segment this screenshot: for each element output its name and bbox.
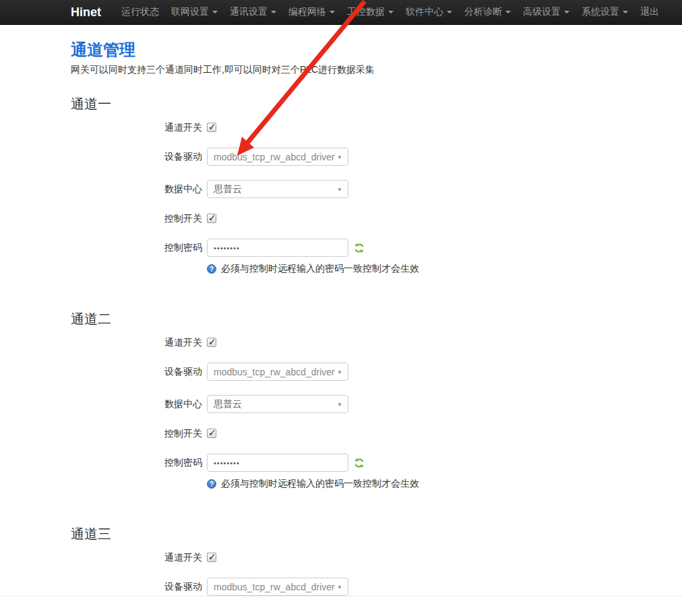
bottom-divider: [0, 596, 682, 596]
channel-3-device-driver-select[interactable]: modbus_tcp_rw_abcd_driver: [207, 578, 348, 596]
chevron-down-icon: [388, 11, 394, 13]
channel-3-title: 通道三: [71, 526, 665, 542]
chevron-down-icon: [212, 11, 218, 13]
data-center-label: 数据中心: [71, 180, 202, 198]
help-question-icon: ?: [207, 264, 216, 274]
channel-2-control-switch-row: 控制开关: [71, 427, 665, 439]
chevron-down-icon: [447, 11, 452, 13]
nav-item-programming-network[interactable]: 编程网络: [282, 0, 341, 24]
channel-switch-label: 通道开关: [71, 336, 202, 348]
brand-logo[interactable]: Hinet: [71, 0, 101, 24]
control-password-label: 控制密码: [71, 454, 202, 472]
device-driver-label: 设备驱动: [71, 578, 202, 596]
channel-3-driver-row: 设备驱动 modbus_tcp_rw_abcd_driver: [71, 578, 665, 596]
channel-1-control-switch-row: 控制开关: [71, 212, 665, 224]
channel-2-control-password-input[interactable]: ••••••••: [207, 454, 348, 472]
password-help-text: 必须与控制时远程输入的密码一致控制才会生效: [221, 478, 419, 490]
device-driver-label: 设备驱动: [71, 363, 202, 381]
channel-3-switch-row: 通道开关: [71, 551, 665, 563]
refresh-icon[interactable]: [354, 458, 365, 468]
channel-3-section: 通道三 通道开关 设备驱动 modbus_tcp_rw_abcd_driver: [71, 526, 665, 596]
control-switch-label: 控制开关: [71, 427, 202, 439]
channel-2-control-switch-checkbox[interactable]: [207, 429, 216, 438]
channel-1-password-row: 控制密码 •••••••• ? 必须与控制时远程输入的密码一致控制才会生效: [71, 239, 665, 275]
password-help: ? 必须与控制时远程输入的密码一致控制才会生效: [207, 478, 419, 490]
channel-1-data-center-select[interactable]: 思普云: [207, 180, 348, 198]
chevron-down-icon: [330, 11, 335, 13]
chevron-down-icon: [623, 11, 628, 13]
refresh-icon[interactable]: [354, 243, 365, 253]
channel-switch-label: 通道开关: [71, 121, 202, 133]
channel-2-switch-row: 通道开关: [71, 336, 665, 348]
data-center-label: 数据中心: [71, 395, 202, 413]
channel-2-switch-checkbox[interactable]: [207, 338, 216, 347]
channel-2-device-driver-select[interactable]: modbus_tcp_rw_abcd_driver: [207, 363, 348, 381]
channel-1-control-switch-checkbox[interactable]: [207, 214, 216, 223]
password-help: ? 必须与控制时远程输入的密码一致控制才会生效: [207, 263, 419, 275]
channel-switch-label: 通道开关: [71, 551, 202, 563]
nav-item-system-settings[interactable]: 系统设置: [576, 0, 634, 24]
control-switch-label: 控制开关: [71, 212, 202, 224]
nav-item-software-center[interactable]: 软件中心: [400, 0, 458, 24]
chevron-down-icon: [564, 11, 569, 13]
channel-1-device-driver-select[interactable]: modbus_tcp_rw_abcd_driver: [207, 148, 348, 166]
nav-item-industrial-data[interactable]: 工控数据: [341, 0, 400, 24]
main-content: 通道管理 网关可以同时支持三个通道同时工作,即可以同时对三个PLC进行数据采集 …: [0, 42, 682, 596]
nav-item-network-settings[interactable]: 联网设置: [165, 0, 224, 24]
page-subtitle: 网关可以同时支持三个通道同时工作,即可以同时对三个PLC进行数据采集: [71, 64, 665, 76]
nav-item-logout[interactable]: 退出: [634, 0, 665, 24]
nav-item-run-status[interactable]: 运行状态: [115, 0, 165, 24]
channel-2-data-center-select[interactable]: 思普云: [207, 395, 348, 413]
channel-3-switch-checkbox[interactable]: [207, 553, 216, 562]
channel-1-datacenter-row: 数据中心 思普云: [71, 180, 665, 198]
channel-1-title: 通道一: [71, 96, 665, 112]
channel-2-section: 通道二 通道开关 设备驱动 modbus_tcp_rw_abcd_driver …: [71, 311, 665, 490]
password-help-text: 必须与控制时远程输入的密码一致控制才会生效: [221, 263, 419, 275]
top-navbar: Hinet 运行状态 联网设置 通讯设置 编程网络 工控数据 软件中心 分析诊断…: [0, 0, 682, 25]
device-driver-label: 设备驱动: [71, 148, 202, 166]
nav-item-comm-settings[interactable]: 通讯设置: [224, 0, 282, 24]
nav-item-advanced-settings[interactable]: 高级设置: [517, 0, 576, 24]
channel-1-switch-row: 通道开关: [71, 121, 665, 133]
channel-2-password-row: 控制密码 •••••••• ? 必须与控制时远程输入的密码一致控制才会生效: [71, 454, 665, 490]
channel-1-driver-row: 设备驱动 modbus_tcp_rw_abcd_driver: [71, 148, 665, 166]
control-password-label: 控制密码: [71, 239, 202, 257]
channel-2-title: 通道二: [71, 311, 665, 327]
page-title: 通道管理: [71, 42, 665, 58]
channel-1-section: 通道一 通道开关 设备驱动 modbus_tcp_rw_abcd_driver …: [71, 96, 665, 275]
channel-1-switch-checkbox[interactable]: [207, 123, 216, 132]
nav-item-analysis-diagnosis[interactable]: 分析诊断: [458, 0, 517, 24]
channel-2-datacenter-row: 数据中心 思普云: [71, 395, 665, 413]
chevron-down-icon: [505, 11, 511, 13]
channel-2-driver-row: 设备驱动 modbus_tcp_rw_abcd_driver: [71, 363, 665, 381]
chevron-down-icon: [271, 11, 276, 13]
help-question-icon: ?: [207, 479, 216, 489]
channel-1-control-password-input[interactable]: ••••••••: [207, 239, 348, 257]
